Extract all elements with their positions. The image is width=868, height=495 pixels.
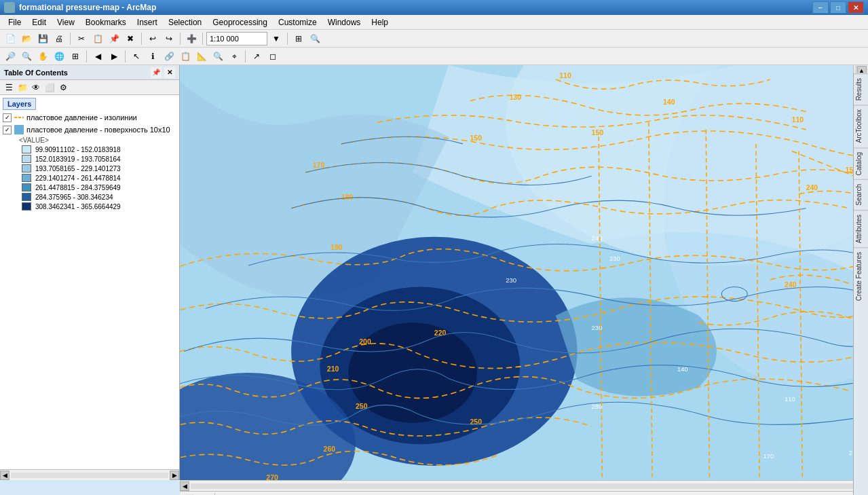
layer1-checkbox[interactable] xyxy=(3,113,12,122)
zoom-in-button[interactable]: 🔎 xyxy=(3,49,18,64)
pan-button[interactable]: ✋ xyxy=(35,49,50,64)
layer2-icon xyxy=(14,125,24,134)
map-canvas: 110 110 130 140 150 150 150 170 180 190 xyxy=(180,65,853,480)
menu-geoprocessing[interactable]: Geoprocessing xyxy=(207,16,273,29)
toc-pin-button[interactable]: 📌 xyxy=(151,67,162,78)
legend-item-6: 308.3462341 - 365.6664429 xyxy=(0,202,179,211)
menu-insert[interactable]: Insert xyxy=(132,16,163,29)
delete-button[interactable]: ✖ xyxy=(123,31,138,46)
toc-options-button[interactable]: ⚙ xyxy=(57,81,69,94)
copy-button[interactable]: 📋 xyxy=(90,31,105,46)
menu-file[interactable]: File xyxy=(3,16,26,29)
minimize-button[interactable]: − xyxy=(812,1,829,14)
cut-button[interactable]: ✂ xyxy=(74,31,89,46)
main-area: Table Of Contents 📌 ✕ ☰ 📁 👁 ⬜ ⚙ Layers xyxy=(0,65,868,480)
bottom-sep1 xyxy=(214,493,215,496)
scale-dropdown[interactable]: ▼ xyxy=(269,31,284,46)
svg-text:180: 180 xyxy=(341,193,354,201)
legend-item-1: 152.0183919 - 193.7058164 xyxy=(0,154,179,164)
legend-color-3 xyxy=(22,174,31,182)
select-button[interactable]: ↖ xyxy=(129,49,144,64)
menu-bookmarks[interactable]: Bookmarks xyxy=(80,16,132,29)
legend-item-4: 261.4478815 - 284.3759649 xyxy=(0,183,179,192)
legend-range-6: 308.3462341 - 365.6664429 xyxy=(35,203,121,210)
toc-source-button[interactable]: 📁 xyxy=(16,81,29,94)
print-button[interactable]: 🖨 xyxy=(52,31,67,46)
layer2-checkbox[interactable] xyxy=(3,126,12,134)
toc-list-button[interactable]: ☰ xyxy=(3,81,15,94)
go-xy-button[interactable]: ⌖ xyxy=(227,49,242,64)
find-button[interactable]: 🔍 xyxy=(210,49,225,64)
value-label: <VALUE> xyxy=(0,136,179,145)
paste-button[interactable]: 📌 xyxy=(107,31,121,46)
zoom-out-button[interactable]: 🔍 xyxy=(19,49,34,64)
open-button[interactable]: 📂 xyxy=(19,31,34,46)
full-extent-button[interactable]: ⊞ xyxy=(291,31,306,46)
map-scroll-left[interactable]: ◀ xyxy=(180,481,189,491)
bottom-toolbar: ⬜ 🗺 ↺ ⏸ xyxy=(180,491,868,495)
layout-view-btn[interactable]: ⬜ xyxy=(183,493,195,496)
scroll-right-btn[interactable]: ▶ xyxy=(170,471,179,480)
menu-selection[interactable]: Selection xyxy=(163,16,207,29)
forward-button[interactable]: ▶ xyxy=(107,49,121,64)
toc-hscroll[interactable]: ◀ ▶ xyxy=(0,469,179,480)
search-panel[interactable]: Search xyxy=(854,179,868,210)
svg-text:110: 110 xyxy=(559,71,571,79)
menu-windows[interactable]: Windows xyxy=(322,16,366,29)
data-view-btn[interactable]: 🗺 xyxy=(197,493,210,496)
save-button[interactable]: 💾 xyxy=(35,31,50,46)
back-button[interactable]: ◀ xyxy=(90,49,105,64)
toc-selection-button[interactable]: ⬜ xyxy=(43,81,56,94)
menu-view[interactable]: View xyxy=(52,16,80,29)
close-button[interactable]: ✕ xyxy=(848,1,864,14)
pause-btn[interactable]: ⏸ xyxy=(235,493,247,496)
layer2-row: пластовое давление - поверхность 10x10 xyxy=(0,124,179,136)
svg-text:140: 140 xyxy=(663,98,675,106)
create-features-panel[interactable]: Create Features xyxy=(854,247,868,305)
globe-button[interactable]: 🌐 xyxy=(52,49,67,64)
toc-visibility-button[interactable]: 👁 xyxy=(30,81,42,94)
layer2-name[interactable]: пластовое давление - поверхность 10x10 xyxy=(26,126,170,134)
menu-customize[interactable]: Customize xyxy=(273,16,322,29)
svg-text:110: 110 xyxy=(785,395,795,403)
measure-button[interactable]: 📐 xyxy=(194,49,209,64)
fixed-zoom-in[interactable]: ⊞ xyxy=(68,49,83,64)
new-button[interactable]: 📄 xyxy=(3,31,18,46)
legend-range-5: 284.375965 - 308.346234 xyxy=(35,194,113,201)
hyperlink-button[interactable]: 🔗 xyxy=(162,49,176,64)
svg-text:140: 140 xyxy=(677,365,688,373)
html-popup-button[interactable]: ◻ xyxy=(265,49,280,64)
titlebar: formational pressure-map - ArcMap − □ ✕ xyxy=(0,0,868,15)
toc-close-button[interactable]: ✕ xyxy=(164,67,175,78)
scroll-left-btn[interactable]: ◀ xyxy=(0,471,10,480)
menu-help[interactable]: Help xyxy=(366,16,394,29)
edit-select-button[interactable]: ↗ xyxy=(249,49,264,64)
legend-item-5: 284.375965 - 308.346234 xyxy=(0,192,179,202)
maximize-button[interactable]: □ xyxy=(830,1,846,14)
redo-button[interactable]: ↪ xyxy=(162,31,176,46)
menu-edit[interactable]: Edit xyxy=(26,16,52,29)
map-area[interactable]: 110 110 130 140 150 150 150 170 180 190 xyxy=(180,65,853,480)
layer1-name[interactable]: пластовое давление - изолинии xyxy=(26,113,137,122)
svg-text:240: 240 xyxy=(806,183,818,191)
arctoolbox-panel[interactable]: ArcToolbox xyxy=(854,105,868,147)
results-panel[interactable]: Results xyxy=(854,73,868,105)
table-of-contents: Table Of Contents 📌 ✕ ☰ 📁 👁 ⬜ ⚙ Layers xyxy=(0,65,180,480)
toolbar1: 📄 📂 💾 🖨 ✂ 📋 📌 ✖ ↩ ↪ ➕ 1:10 000 ▼ ⊞ 🔍 xyxy=(0,30,868,48)
scale-input[interactable]: 1:10 000 xyxy=(206,32,267,45)
map-hscroll[interactable]: ◀ ▶ xyxy=(180,480,868,491)
attributes-panel[interactable]: Attributes xyxy=(854,210,868,247)
legend-item-2: 193.7058165 - 229.1401273 xyxy=(0,164,179,173)
toc-toolbar: ☰ 📁 👁 ⬜ ⚙ xyxy=(0,80,179,95)
legend-color-0 xyxy=(22,145,31,153)
sep1 xyxy=(70,33,71,45)
info-button[interactable]: ℹ xyxy=(145,49,160,64)
add-data-button[interactable]: ➕ xyxy=(184,31,199,46)
refresh-btn[interactable]: ↺ xyxy=(220,493,232,496)
undo-button[interactable]: ↩ xyxy=(145,31,160,46)
catalog-panel[interactable]: Catalog xyxy=(854,147,868,179)
window-title: formational pressure-map - ArcMap xyxy=(19,3,156,12)
zoom-in-layer-button[interactable]: 🔍 xyxy=(307,31,322,46)
sep4 xyxy=(202,33,203,45)
identify-button[interactable]: 📋 xyxy=(178,49,193,64)
